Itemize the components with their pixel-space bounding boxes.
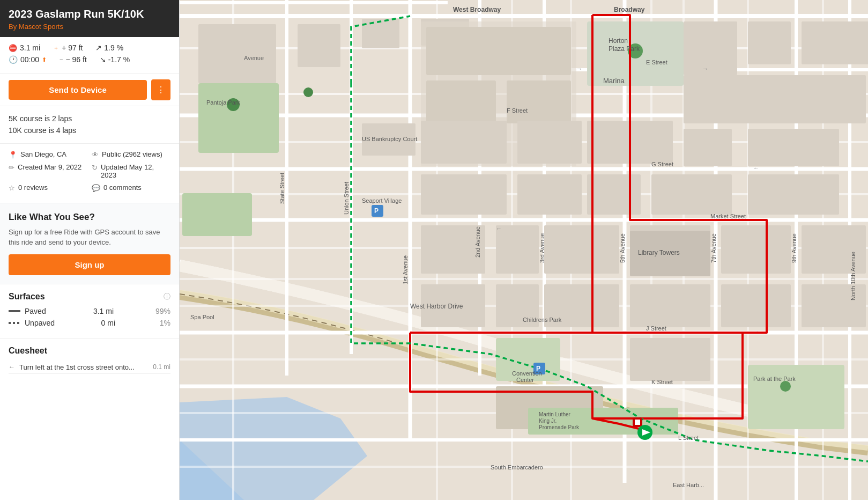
distance-stat: ⛔ 3.1 mi	[9, 43, 40, 52]
grade-down-stat: ↘ -1.7 %	[100, 55, 130, 64]
cue-direction-icon: ←	[9, 363, 15, 371]
svg-text:Broadway: Broadway	[614, 6, 645, 13]
stats-section: ⛔ 3.1 mi ＋ + 97 ft ↗ 1.9 % 🕐 00:00 ⬆ − −…	[0, 37, 179, 74]
svg-text:←: ←	[753, 165, 759, 171]
svg-rect-79	[748, 365, 844, 429]
svg-text:US Bankruptcy Court: US Bankruptcy Court	[362, 136, 417, 142]
surfaces-info-icon[interactable]: ⓘ	[164, 292, 170, 302]
surface-unpaved-row: Unpaved 0 mi 1%	[9, 319, 170, 327]
paved-distance: 3.1 mi	[87, 307, 114, 315]
svg-text:Market Street: Market Street	[710, 213, 746, 219]
distance-value: 3.1 mi	[20, 43, 40, 52]
svg-text:1st Avenue: 1st Avenue	[402, 255, 409, 284]
gain-icon: ＋	[53, 44, 59, 52]
paved-percent: 99%	[149, 307, 170, 315]
unpaved-line-icon	[9, 322, 20, 324]
grade-up-value: ↗ 1.9 %	[95, 43, 123, 52]
svg-text:Plaza Park: Plaza Park	[609, 45, 640, 53]
cue-text: Turn left at the 1st cross street onto..…	[19, 363, 135, 371]
svg-text:State Street: State Street	[279, 173, 285, 204]
meta-row-3: ☆ 0 reviews 💬 0 comments	[9, 183, 170, 192]
svg-text:L Street: L Street	[678, 435, 699, 441]
svg-text:Union Street: Union Street	[343, 182, 350, 215]
meta-row-1: 📍 San Diego, CA 👁 Public (2962 views)	[9, 150, 170, 159]
svg-rect-68	[544, 225, 619, 274]
svg-text:→: →	[702, 65, 708, 72]
svg-text:West Broadway: West Broadway	[453, 6, 501, 13]
elevation-loss-value: − 96 ft	[65, 55, 86, 64]
unpaved-label: Unpaved	[9, 319, 55, 327]
svg-rect-67	[496, 225, 539, 274]
send-to-device-button[interactable]: Send to Device	[9, 80, 147, 100]
svg-text:East Harb...: East Harb...	[673, 482, 704, 488]
svg-text:Center: Center	[516, 377, 534, 383]
svg-text:South Embarcadero: South Embarcadero	[491, 464, 543, 470]
paved-name: Paved	[25, 307, 46, 315]
surfaces-section: Surfaces ⓘ Paved 3.1 mi 99% Unpaved 0 mi…	[0, 284, 179, 339]
svg-text:Park at the Park: Park at the Park	[753, 376, 796, 382]
comment-icon: 💬	[92, 184, 100, 192]
svg-rect-44	[426, 27, 571, 75]
svg-rect-39	[198, 24, 276, 83]
sidebar-header: 2023 Gaslamp Run 5K/10K By Mascot Sports	[0, 0, 179, 37]
send-to-device-row: Send to Device ⋮	[0, 74, 179, 106]
svg-text:Marina: Marina	[603, 77, 625, 85]
svg-rect-77	[630, 338, 710, 381]
svg-text:7th Avenue: 7th Avenue	[710, 233, 717, 263]
svg-text:3rd Avenue: 3rd Avenue	[539, 233, 545, 263]
visibility-value: Public (2962 views)	[102, 150, 162, 158]
grade-up-stat: ↗ 1.9 %	[95, 43, 123, 52]
svg-rect-41	[362, 19, 399, 48]
svg-rect-70	[721, 225, 791, 274]
svg-text:Library Towers: Library Towers	[638, 249, 680, 256]
more-options-button[interactable]: ⋮	[151, 79, 170, 100]
elevation-loss-stat: − − 96 ft	[60, 55, 87, 64]
clock-icon: 🕐	[9, 55, 18, 64]
svg-rect-64	[421, 174, 507, 215]
description-line-2: 10K course is 4 laps	[9, 124, 170, 136]
sidebar: 2023 Gaslamp Run 5K/10K By Mascot Sports…	[0, 0, 180, 500]
by-label: By	[9, 23, 17, 31]
refresh-icon: ↻	[92, 164, 98, 172]
author-link[interactable]: Mascot Sports	[19, 23, 63, 31]
svg-rect-60	[748, 129, 839, 166]
map-svg: → → ← ← → P P West Broadway	[180, 0, 868, 500]
updated-meta: ↻ Updated May 12, 2023	[92, 163, 170, 179]
svg-text:K Street: K Street	[651, 379, 673, 385]
stats-row-2: 🕐 00:00 ⬆ − − 96 ft ↘ -1.7 %	[9, 55, 170, 64]
meta-section: 📍 San Diego, CA 👁 Public (2962 views) ✏ …	[0, 144, 179, 203]
cue-item: ← Turn left at the 1st cross street onto…	[9, 361, 170, 374]
meta-row-2: ✏ Created Mar 9, 2022 ↻ Updated May 12, …	[9, 163, 170, 179]
time-value: 00:00	[20, 55, 39, 64]
svg-text:→: →	[576, 65, 582, 72]
svg-text:E Street: E Street	[646, 59, 667, 65]
cuesheet-section: Cuesheet ← Turn left at the 1st cross st…	[0, 339, 179, 381]
svg-rect-86	[182, 193, 252, 236]
svg-rect-96	[635, 420, 640, 425]
route-icon: ⛔	[9, 44, 17, 52]
svg-rect-84	[198, 83, 279, 153]
elevation-gain-stat: ＋ + 97 ft	[53, 43, 83, 52]
time-up-icon: ⬆	[42, 56, 47, 63]
description-line-1: 5K course is 2 laps	[9, 113, 170, 124]
svg-text:West Harbor Drive: West Harbor Drive	[410, 303, 463, 310]
map-area[interactable]: → → ← ← → P P West Broadway	[180, 0, 868, 500]
reviews-meta: ☆ 0 reviews	[9, 183, 87, 192]
unpaved-distance: 0 mi	[88, 319, 115, 327]
svg-text:5th Avenue: 5th Avenue	[619, 233, 626, 263]
svg-text:Promenade Park: Promenade Park	[539, 424, 580, 430]
svg-rect-71	[802, 225, 866, 274]
unpaved-percent: 1%	[149, 319, 170, 327]
svg-text:9th Avenue: 9th Avenue	[791, 233, 797, 263]
reviews-value: 0 reviews	[18, 183, 48, 192]
svg-rect-40	[298, 24, 340, 67]
cue-distance: 0.1 mi	[153, 363, 170, 371]
signup-button[interactable]: Sign up	[9, 254, 170, 275]
svg-text:King Jr.: King Jr.	[539, 418, 557, 424]
unpaved-name: Unpaved	[25, 319, 55, 327]
updated-value: Updated May 12, 2023	[101, 163, 170, 179]
description-section: 5K course is 2 laps 10K course is 4 laps	[0, 106, 179, 144]
svg-rect-62	[748, 174, 839, 215]
svg-rect-63	[517, 174, 582, 215]
svg-rect-65	[421, 121, 507, 164]
